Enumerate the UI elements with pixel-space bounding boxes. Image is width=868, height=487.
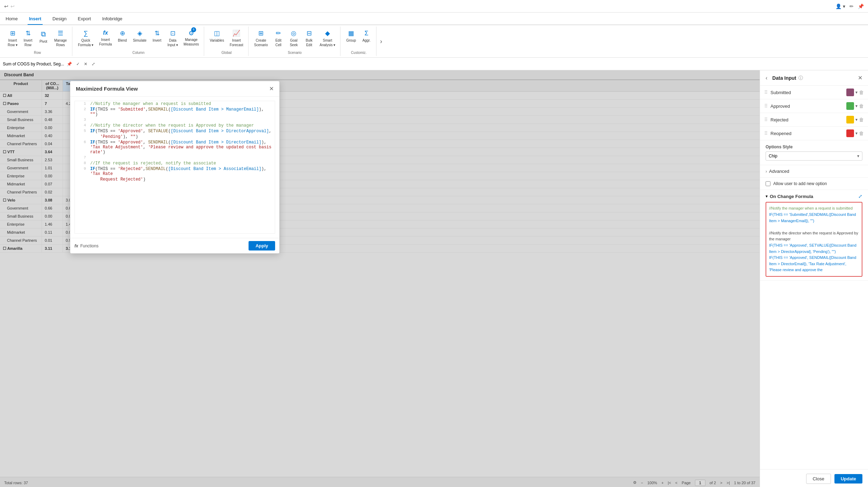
- panel-close-button[interactable]: ✕: [858, 75, 862, 81]
- simulate-button[interactable]: ◈ Simulate: [131, 28, 149, 44]
- quick-formula-button[interactable]: ∑ QuickFormula ▾: [76, 28, 95, 49]
- color-swatch-approved[interactable]: [846, 102, 854, 110]
- bulk-edit-button[interactable]: ⊟ BulkEdit: [302, 28, 316, 49]
- goal-seek-button[interactable]: ◎ GoalSeek: [287, 28, 301, 49]
- spreadsheet: Discount Band Product of CO...(Mill...) …: [0, 70, 760, 487]
- blend-button[interactable]: ⊕ Blend: [115, 28, 129, 44]
- code-line-6: 6 IF(THIS == 'Approved', SENDMAIL([Disco…: [75, 140, 275, 155]
- allow-new-option-checkbox[interactable]: [766, 181, 770, 186]
- tab-bar: Home Insert Design Export Infobridge: [0, 13, 868, 25]
- modal-title: Maximized Formula View: [76, 86, 138, 92]
- more-button[interactable]: ›: [377, 38, 385, 45]
- insert-formula-button[interactable]: fx InsertFormula: [97, 28, 114, 48]
- delete-option-approved[interactable]: 🗑: [859, 103, 864, 109]
- invert-row-button[interactable]: ⇅ InvertRow: [21, 28, 35, 49]
- formula-link-1[interactable]: IF(THIS == 'Submitted',SENDMAIL([Discoun…: [769, 212, 856, 223]
- code-line-5b: 'Pending'), ""): [75, 134, 275, 140]
- panel-info-icon[interactable]: ⓘ: [798, 75, 803, 81]
- advanced-arrow-icon: ›: [766, 169, 767, 174]
- top-bar: ↩ ↩ 👤 ▾ ✏ 📌: [0, 0, 868, 13]
- variables-button[interactable]: ◫ Variables: [208, 28, 226, 44]
- create-scenario-button[interactable]: ⊞ CreateScenario: [252, 28, 270, 49]
- pin-formula-icon[interactable]: 📌: [67, 62, 72, 66]
- tab-infobridge[interactable]: Infobridge: [101, 13, 124, 25]
- modal-close-button[interactable]: ✕: [269, 85, 274, 92]
- delete-option-rejected[interactable]: 🗑: [859, 117, 864, 122]
- data-input-button[interactable]: ⊡ DataInput ▾: [165, 28, 180, 49]
- color-chevron-approved[interactable]: ▾: [855, 104, 858, 108]
- color-swatch-rejected[interactable]: [846, 116, 854, 123]
- redo-icon[interactable]: ↩: [10, 3, 15, 9]
- drag-handle-submitted[interactable]: ⠿: [764, 90, 768, 95]
- delete-option-submitted[interactable]: 🗑: [859, 90, 864, 95]
- tab-insert[interactable]: Insert: [28, 13, 43, 25]
- invert-col-button[interactable]: ⇅ Invert: [150, 28, 164, 44]
- formula-section-chevron: ▾: [766, 194, 768, 199]
- manage-measures-button[interactable]: ⚙ 6 ManageMeasures: [181, 28, 201, 48]
- panel-title: Data Input: [772, 75, 796, 81]
- pin-icon[interactable]: 📌: [858, 3, 864, 9]
- drag-handle-approved[interactable]: ⠿: [764, 103, 768, 109]
- modal-body: 1 //Notify the manager when a request is…: [70, 97, 279, 238]
- variables-icon: ◫: [214, 29, 220, 37]
- drag-handle-rejected[interactable]: ⠿: [764, 117, 768, 122]
- apply-button[interactable]: Apply: [249, 241, 275, 250]
- edit-icon[interactable]: ✏: [849, 3, 854, 9]
- row-group-label: Row: [34, 49, 41, 55]
- code-line-5: 5 IF(THIS == 'Approved', SETVALUE([Disco…: [75, 128, 275, 134]
- option-rejected: ⠿ Rejected ▾ 🗑: [760, 113, 868, 127]
- code-line-7: 7: [75, 155, 275, 161]
- tab-export[interactable]: Export: [77, 13, 93, 25]
- formula-comment-2: //Notify the director when the request i…: [769, 231, 858, 241]
- create-scenario-icon: ⊞: [258, 29, 264, 37]
- close-button[interactable]: Close: [806, 474, 831, 484]
- options-style-select[interactable]: Chip ▾: [766, 151, 862, 161]
- color-chevron-submitted[interactable]: ▾: [855, 90, 858, 95]
- formula-link-3[interactable]: IF(THIS == 'Approved', SENDMAIL([Discoun…: [769, 255, 856, 272]
- manage-rows-button[interactable]: ☰ ManageRows: [52, 28, 69, 49]
- tab-design[interactable]: Design: [51, 13, 68, 25]
- expand-formula-icon[interactable]: ⤢: [92, 62, 95, 66]
- customize-group-label: Customiz.: [351, 49, 366, 55]
- option-approved: ⠿ Approved ▾ 🗑: [760, 99, 868, 113]
- color-chevron-rejected[interactable]: ▾: [855, 117, 858, 122]
- ribbon-group-scenario: ⊞ CreateScenario ✏ EditCell ◎ GoalSeek ⊟…: [249, 27, 340, 56]
- on-change-formula-header[interactable]: ▾ On Change Formula ⤢: [766, 193, 862, 199]
- close-formula-icon[interactable]: ✕: [84, 62, 87, 66]
- formula-bar-text: Sum of COGS by Product, Seg...: [3, 62, 64, 66]
- insert-row-icon: ⊞: [10, 29, 15, 37]
- update-button[interactable]: Update: [834, 474, 862, 484]
- smart-analysis-button[interactable]: ◆ SmartAnalysis ▾: [317, 28, 337, 49]
- edit-cell-button[interactable]: ✏ EditCell: [271, 28, 285, 49]
- insert-row-button[interactable]: ⊞ InsertRow ▾: [6, 28, 20, 49]
- undo-icon[interactable]: ↩: [4, 3, 8, 9]
- formula-link-2[interactable]: IF(THIS == 'Approved', SETVALUE([Discoun…: [769, 243, 856, 254]
- formula-bar: Sum of COGS by Product, Seg... 📌 ✓ ✕ ⤢: [0, 58, 868, 70]
- drag-handle-reopened[interactable]: ⠿: [764, 130, 768, 136]
- pivot-button[interactable]: ⧉ Pivot: [36, 28, 50, 45]
- check-formula-icon[interactable]: ✓: [76, 62, 80, 66]
- code-line-1: 1 //Notify the manager when a request is…: [75, 101, 275, 107]
- advanced-toggle[interactable]: › Advanced: [766, 169, 862, 174]
- option-controls-submitted: ▾ 🗑: [846, 89, 864, 96]
- data-input-icon: ⊡: [170, 29, 175, 37]
- group-button[interactable]: ▦ Group: [344, 28, 358, 44]
- tab-home[interactable]: Home: [4, 13, 19, 25]
- smart-analysis-icon: ◆: [325, 29, 330, 37]
- color-chevron-reopened[interactable]: ▾: [855, 131, 858, 136]
- profile-icon[interactable]: 👤 ▾: [835, 3, 845, 9]
- delete-option-reopened[interactable]: 🗑: [859, 130, 864, 136]
- global-group-label: Global: [221, 49, 231, 55]
- expand-formula-button[interactable]: ⤢: [858, 193, 862, 199]
- color-swatch-submitted[interactable]: [846, 89, 854, 96]
- code-editor[interactable]: 1 //Notify the manager when a request is…: [74, 101, 275, 234]
- insert-formula-icon: fx: [103, 29, 108, 37]
- options-style-section: Options Style Chip ▾: [760, 140, 868, 165]
- fx-label[interactable]: fx Functions: [74, 244, 99, 248]
- panel-back-button[interactable]: ‹: [766, 75, 767, 81]
- aggr-button[interactable]: Σ Aggr.: [359, 28, 373, 44]
- color-swatch-reopened[interactable]: [846, 129, 854, 137]
- insert-forecast-button[interactable]: 📈 InsertForecast: [228, 28, 245, 49]
- modal-footer: fx Functions Apply: [70, 238, 279, 253]
- advanced-section: › Advanced: [760, 165, 868, 178]
